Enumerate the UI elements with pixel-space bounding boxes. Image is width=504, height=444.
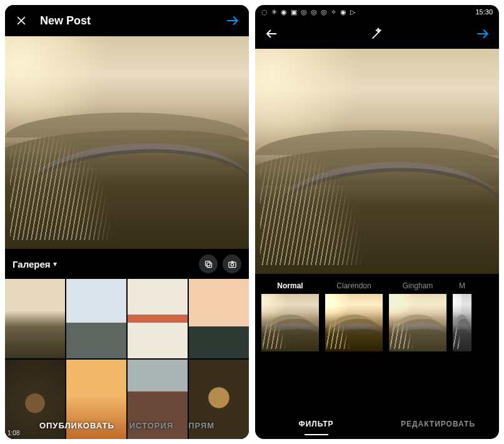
filter-label: Gingham [403, 281, 433, 290]
camera-icon[interactable] [223, 255, 241, 273]
status-icon: ◎ [321, 8, 327, 16]
tab-filter[interactable]: ФИЛЬТР [255, 409, 377, 439]
filter-label: Normal [277, 281, 303, 290]
tab-live[interactable]: ПРЯМ [188, 421, 214, 430]
status-icon: ✳ [271, 8, 277, 16]
status-icon: ◉ [340, 8, 346, 16]
status-icon: ▣ [291, 8, 297, 16]
editor-topbar [255, 19, 499, 49]
gallery-grid: 1:08 ОПУБЛИКОВАТЬ ИСТОРИЯ ПРЯМ [5, 279, 249, 439]
selected-photo-preview[interactable] [5, 36, 249, 249]
page-title: New Post [40, 14, 224, 28]
status-icon: ◎ [311, 8, 317, 16]
svg-rect-0 [205, 261, 210, 266]
mode-tabs: ОПУБЛИКОВАТЬ ИСТОРИЯ ПРЯМ [5, 421, 249, 430]
filter-option-normal[interactable]: Normal [261, 281, 319, 351]
tab-publish[interactable]: ОПУБЛИКОВАТЬ [39, 421, 114, 430]
magic-wand-icon[interactable] [368, 25, 386, 43]
chevron-down-icon[interactable]: ▾ [53, 260, 57, 268]
tab-edit[interactable]: РЕДАКТИРОВАТЬ [377, 409, 499, 439]
filter-option-gingham[interactable]: Gingham [389, 281, 446, 351]
status-icon: ◉ [281, 8, 287, 16]
next-arrow-icon[interactable] [474, 25, 491, 43]
phone-new-post: New Post Галерея ▾ 1:08 ОПУБЛИКОВАТЬ ИСТ… [5, 5, 249, 439]
editor-photo-preview[interactable] [255, 49, 499, 274]
topbar: New Post [5, 5, 249, 36]
gallery-thumb[interactable] [5, 279, 65, 358]
close-icon[interactable] [13, 12, 30, 29]
filter-strip: Normal Clarendon Gingham M [255, 274, 499, 355]
back-arrow-icon[interactable] [263, 25, 280, 43]
gallery-thumb[interactable] [128, 279, 188, 358]
gallery-dropdown[interactable]: Галерея [13, 259, 51, 270]
filter-label: M [459, 281, 465, 290]
status-icon: ◎ [301, 8, 307, 16]
svg-rect-1 [207, 263, 212, 268]
svg-point-3 [231, 263, 233, 265]
tab-story[interactable]: ИСТОРИЯ [129, 421, 174, 430]
filter-label: Clarendon [336, 281, 371, 290]
multi-select-icon[interactable] [199, 255, 218, 273]
editor-bottom-tabs: ФИЛЬТР РЕДАКТИРОВАТЬ [255, 409, 499, 439]
android-statusbar: ◌ ✳ ◉ ▣ ◎ ◎ ◎ ✧ ◉ ▷ 15:30 [255, 5, 499, 19]
filter-option-clarendon[interactable]: Clarendon [325, 281, 383, 351]
status-icon: ▷ [350, 8, 355, 16]
filter-option-partial[interactable]: M [453, 281, 471, 351]
next-arrow-icon[interactable] [224, 12, 241, 29]
status-icon: ◌ [261, 8, 268, 16]
gallery-thumb[interactable] [66, 279, 126, 358]
gallery-source-bar: Галерея ▾ [5, 249, 249, 279]
status-icon: ✧ [331, 8, 336, 16]
status-icons: ◌ ✳ ◉ ▣ ◎ ◎ ◎ ✧ ◉ ▷ [261, 8, 355, 16]
gallery-thumb[interactable] [189, 279, 249, 358]
status-clock: 15:30 [475, 8, 493, 16]
video-duration-badge: 1:08 [8, 430, 19, 436]
phone-filter-editor: ◌ ✳ ◉ ▣ ◎ ◎ ◎ ✧ ◉ ▷ 15:30 Normal [255, 5, 499, 439]
